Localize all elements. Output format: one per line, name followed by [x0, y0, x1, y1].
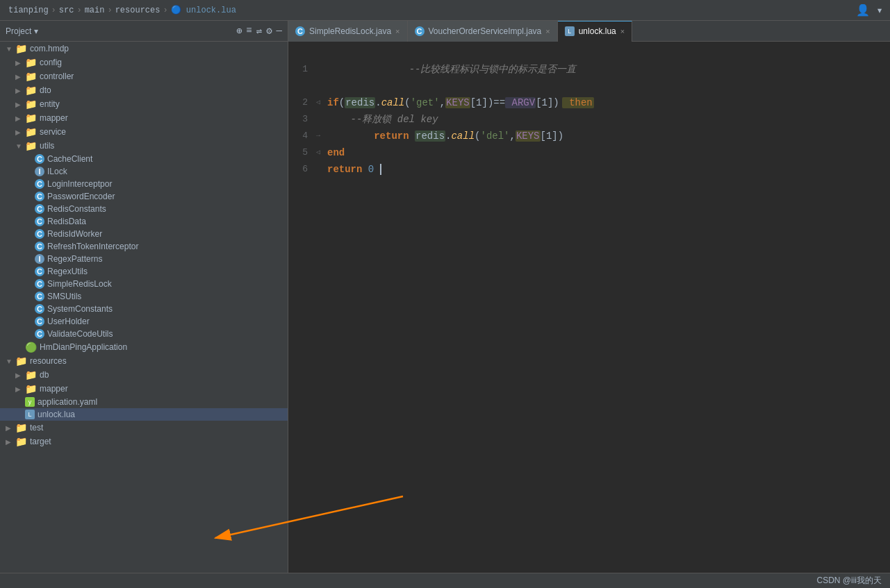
tree-item-entity[interactable]: ▶ 📁 entity	[0, 97, 288, 111]
tab-bar: C SimpleRedisLock.java × C VoucherOrderS…	[288, 21, 890, 42]
line-number-2: 2	[288, 94, 316, 111]
tree-item-mapper[interactable]: ▶ 📁 mapper	[0, 111, 288, 125]
tree-item-smsutils[interactable]: C SMSUtils	[0, 290, 288, 303]
editor-area: C SimpleRedisLock.java × C VoucherOrderS…	[288, 21, 890, 573]
watermark: CSDN @iii我的天	[816, 575, 882, 587]
tree-item-cacheclient[interactable]: C CacheClient	[0, 153, 288, 165]
line-content-2: if(redis.call('get',KEYS[1])== ARGV[1]) …	[327, 94, 890, 111]
tree-item-comhmdp[interactable]: ▼ 📁 com.hmdp	[0, 42, 288, 56]
tree-item-application-yaml[interactable]: y application.yaml	[0, 396, 288, 408]
main-area: Project ▾ ⊕ ≡ ⇌ ⚙ — ▼ 📁 com.hmdp ▶ 📁 co	[0, 21, 890, 573]
line-content-1: --比较线程标识与锁中的标示是否一直	[327, 44, 890, 94]
code-line-2: 2 ◁ if(redis.call('get',KEYS[1])== ARGV[…	[288, 94, 890, 111]
user-menu-icon[interactable]: 👤 ▾	[856, 3, 883, 17]
tree-item-userholder[interactable]: C UserHolder	[0, 315, 288, 328]
tree-item-hmdianpingapp[interactable]: 🟢 HmDianPingApplication	[0, 340, 288, 354]
line-number-4: 4	[288, 128, 316, 144]
tree-item-db[interactable]: ▶ 📁 db	[0, 368, 288, 382]
tab-icon-unlock: L	[565, 26, 575, 36]
breadcrumb-file: 🔵 unlock.lua	[171, 5, 236, 15]
tree-item-redisidworker[interactable]: C RedisIdWorker	[0, 228, 288, 240]
line-number-6: 6	[288, 161, 316, 178]
tree-item-systemconstants[interactable]: C SystemConstants	[0, 303, 288, 315]
tab-simpleredislock[interactable]: C SimpleRedisLock.java ×	[288, 21, 408, 42]
tree-item-mapper2[interactable]: ▶ 📁 mapper	[0, 382, 288, 396]
minimize-icon[interactable]: —	[277, 25, 282, 37]
tree-item-refreshtoken[interactable]: C RefreshTokenInterceptor	[0, 240, 288, 253]
tab-label-voucher: VoucherOrderServiceImpl.java	[429, 26, 542, 36]
code-line-1: 1 --比较线程标识与锁中的标示是否一直	[288, 44, 890, 94]
tree-item-test[interactable]: ▶ 📁 test	[0, 421, 288, 435]
sidebar-title: Project ▾	[6, 26, 38, 36]
tab-voucherorderserviceimpl[interactable]: C VoucherOrderServiceImpl.java ×	[408, 21, 558, 42]
line-content-6: return 0	[327, 161, 890, 178]
sidebar-toolbar: ⊕ ≡ ⇌ ⚙ —	[236, 25, 282, 37]
tree-item-validatecodeutils[interactable]: C ValidateCodeUtils	[0, 328, 288, 340]
breadcrumb: tianping › src › main › resources › 🔵 un…	[7, 5, 238, 15]
line-content-5: end	[327, 144, 890, 161]
collapse-icon[interactable]: ≡	[246, 25, 252, 37]
sidebar: Project ▾ ⊕ ≡ ⇌ ⚙ — ▼ 📁 com.hmdp ▶ 📁 co	[0, 21, 288, 573]
code-line-3: 3 --释放锁 del key	[288, 111, 890, 128]
breadcrumb-src: src	[59, 6, 74, 15]
tree-item-redisdata[interactable]: C RedisData	[0, 215, 288, 228]
tree-item-target[interactable]: ▶ 📁 target	[0, 435, 288, 448]
code-line-5: 5 ◁ end	[288, 144, 890, 161]
tree-item-utils[interactable]: ▼ 📁 utils	[0, 139, 288, 153]
tree-item-regexutils[interactable]: C RegexUtils	[0, 265, 288, 278]
breadcrumb-main: main	[85, 6, 105, 15]
line-number-5: 5	[288, 144, 316, 161]
code-area[interactable]: 1 --比较线程标识与锁中的标示是否一直 2 ◁ if(redis.call('…	[288, 42, 890, 573]
tab-label-simpleredislock: SimpleRedisLock.java	[309, 26, 391, 36]
line-number-1: 1	[288, 61, 316, 78]
code-editor-container: 1 --比较线程标识与锁中的标示是否一直 2 ◁ if(redis.call('…	[288, 42, 890, 573]
project-tree: ▼ 📁 com.hmdp ▶ 📁 config ▶ 📁 controller ▶…	[0, 42, 288, 573]
line-number-3: 3	[288, 111, 316, 128]
sidebar-header: Project ▾ ⊕ ≡ ⇌ ⚙ —	[0, 21, 288, 42]
line-content-4: return redis.call('del',KEYS[1])	[327, 128, 890, 144]
top-bar: tianping › src › main › resources › 🔵 un…	[0, 0, 890, 21]
sync-icon[interactable]: ⇌	[256, 25, 262, 37]
line-content-3: --释放锁 del key	[327, 111, 890, 128]
tree-item-passwordencoder[interactable]: C PasswordEncoder	[0, 190, 288, 203]
tree-item-config[interactable]: ▶ 📁 config	[0, 56, 288, 69]
tree-item-ilock[interactable]: I ILock	[0, 165, 288, 178]
tree-item-regexpatterns[interactable]: I RegexPatterns	[0, 253, 288, 265]
breadcrumb-tianping: tianping	[8, 6, 49, 15]
tab-icon-simpleredislock: C	[295, 26, 305, 36]
tab-close-voucher[interactable]: ×	[545, 27, 550, 35]
code-line-4: 4 → return redis.call('del',KEYS[1])	[288, 128, 890, 144]
tree-item-dto[interactable]: ▶ 📁 dto	[0, 83, 288, 97]
tree-item-resources[interactable]: ▼ 📁 resources	[0, 354, 288, 368]
tree-item-simpleredislock[interactable]: C SimpleRedisLock	[0, 278, 288, 290]
tree-item-logininterceptpor[interactable]: C LoginInterceptpor	[0, 178, 288, 190]
tab-unlock-lua[interactable]: L unlock.lua ×	[558, 21, 632, 42]
code-line-6: 6 return 0	[288, 161, 890, 178]
tree-item-service[interactable]: ▶ 📁 service	[0, 125, 288, 139]
tree-item-redisconstants[interactable]: C RedisConstants	[0, 203, 288, 215]
tab-icon-voucher: C	[415, 26, 425, 36]
tab-close-simpleredislock[interactable]: ×	[395, 27, 399, 35]
tree-item-unlock-lua[interactable]: L unlock.lua	[0, 408, 288, 421]
add-icon[interactable]: ⊕	[236, 25, 242, 37]
tab-close-unlock[interactable]: ×	[620, 27, 625, 35]
breadcrumb-resources: resources	[115, 6, 160, 15]
status-bar: CSDN @iii我的天	[0, 573, 890, 588]
tab-label-unlock: unlock.lua	[579, 26, 616, 36]
tree-item-controller[interactable]: ▶ 📁 controller	[0, 69, 288, 83]
settings-icon[interactable]: ⚙	[266, 25, 272, 37]
